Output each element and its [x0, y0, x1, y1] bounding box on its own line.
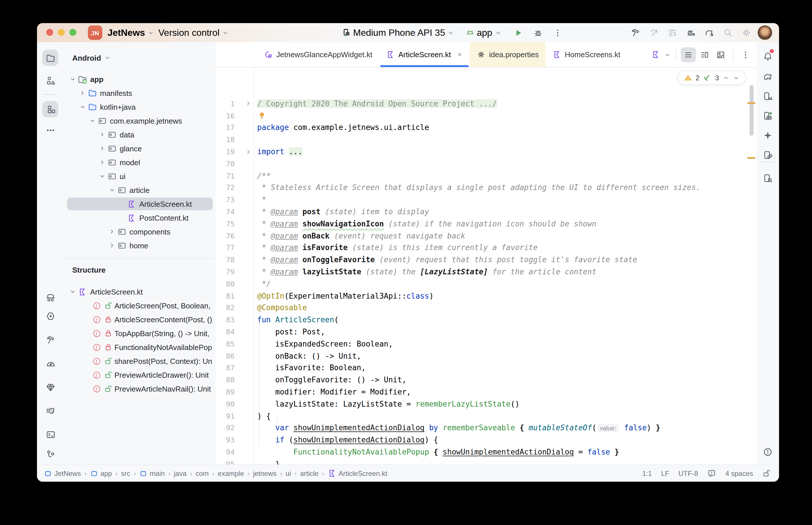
inspection-bubble-icon[interactable] [707, 469, 716, 478]
project-view-selector[interactable]: Android [64, 51, 216, 65]
editor-tab-idea-properties[interactable]: idea.properties [470, 42, 546, 67]
project-menu[interactable]: JetNews [107, 27, 154, 38]
line-number[interactable]: 91 [216, 410, 235, 422]
code-line[interactable]: * Stateless Article Screen that displays… [257, 182, 745, 194]
code-line[interactable]: * @param post (state) item to display [257, 206, 745, 218]
code-line[interactable]: */ [257, 278, 745, 290]
problems-exclamation-button[interactable] [759, 444, 776, 460]
vcs-menu[interactable]: Version control [158, 27, 229, 38]
code-line[interactable]: * @param onToggleFavorite (event) reques… [257, 254, 745, 266]
code-line[interactable]: modifier: Modifier = Modifier, [257, 386, 745, 398]
breadcrumb-item[interactable]: ArticleScreen.kt [328, 469, 387, 478]
tree-row[interactable]: components [64, 225, 216, 239]
logcat-cat-button[interactable] [42, 403, 58, 419]
wagon-button[interactable] [42, 289, 58, 305]
structure-root-row[interactable]: ArticleScreen.kt [64, 285, 216, 299]
run-button[interactable] [511, 25, 526, 40]
app-inspection-diamond-button[interactable] [42, 379, 58, 395]
running-devices-button[interactable] [759, 107, 776, 124]
settings-gear-button[interactable] [739, 25, 754, 40]
gradle-elephant-button[interactable] [759, 68, 776, 84]
scrollbar-warning-mark[interactable] [747, 102, 755, 104]
code-line[interactable]: package com.example.jetnews.ui.article [257, 122, 745, 134]
line-number[interactable]: 75 [216, 218, 235, 230]
code-line[interactable]: } [257, 458, 745, 465]
line-number[interactable]: 1 [216, 97, 235, 110]
gemini-sparkle-button[interactable] [759, 127, 776, 143]
line-number[interactable]: 82 [216, 302, 235, 314]
line-number[interactable]: 71 [216, 170, 235, 182]
chevron-right-icon[interactable] [98, 131, 106, 138]
inspections-widget[interactable]: 2 3 [677, 71, 746, 85]
build-hammer-button[interactable] [628, 25, 643, 40]
chevron-right-icon[interactable] [98, 159, 106, 166]
line-number[interactable]: 92 [216, 422, 235, 434]
structure-item-row[interactable]: fTopAppBar(String, () -> Unit, [64, 326, 216, 340]
line-number[interactable]: 77 [216, 242, 235, 254]
file-encoding[interactable]: UTF-8 [679, 469, 698, 477]
breadcrumb-item[interactable]: example [218, 469, 244, 477]
editor-options-kebab-button[interactable] [738, 47, 753, 62]
device-explorer-search-button[interactable] [759, 170, 776, 186]
line-number[interactable]: 19 [216, 146, 235, 158]
line-number[interactable]: 89 [216, 386, 235, 398]
chevron-right-icon[interactable] [78, 90, 87, 96]
code-line[interactable]: * @param isFavorite (state) is this item… [257, 242, 745, 254]
line-number[interactable]: 86 [216, 350, 235, 362]
code-line[interactable]: var showUnimplementedActionDialog by rem… [257, 422, 745, 434]
chevron-down-icon[interactable] [88, 117, 97, 124]
tree-row[interactable]: data [64, 127, 216, 141]
terminal-button[interactable] [42, 426, 58, 442]
gradle-sync-button[interactable] [702, 25, 717, 40]
code-line[interactable] [257, 134, 745, 146]
code-line[interactable]: * @param lazyListState (state) the [Lazy… [257, 266, 745, 278]
line-number[interactable]: 81 [216, 290, 235, 302]
profiler-gauge-button[interactable] [42, 355, 58, 371]
run-with-coverage-button[interactable] [665, 25, 680, 40]
breadcrumb-item[interactable]: com [196, 469, 209, 477]
editor-scrollbar[interactable] [750, 85, 754, 136]
device-manager-button[interactable] [759, 88, 776, 104]
preview-view-button[interactable] [713, 47, 728, 62]
code-line[interactable] [257, 110, 745, 122]
chevron-down-icon[interactable] [98, 173, 106, 180]
tree-row[interactable]: model [64, 155, 216, 169]
resource-manager-button[interactable] [42, 72, 58, 88]
structure-item-row[interactable]: fPreviewArticleDrawer(): Unit [64, 368, 216, 382]
structure-item-row[interactable]: fsharePost(Post, Context): Un [64, 354, 216, 368]
services-hexagon-play-button[interactable] [42, 308, 58, 324]
code-line[interactable]: FunctionalityNotAvailablePopup { showUni… [257, 446, 745, 458]
user-avatar[interactable] [758, 26, 772, 40]
prev-problem-chevron-up-icon[interactable] [722, 74, 729, 81]
caret-position[interactable]: 1:1 [643, 469, 652, 477]
line-number[interactable]: 79 [216, 266, 235, 278]
code-line[interactable]: isFavorite: Boolean, [257, 362, 745, 374]
line-number[interactable]: 18 [216, 134, 235, 146]
line-number[interactable]: 95 [216, 458, 235, 465]
line-number[interactable]: 83 [216, 314, 235, 326]
chevron-down-icon[interactable] [69, 288, 77, 295]
code-line[interactable]: onToggleFavorite: () -> Unit, [257, 374, 745, 386]
breadcrumb-item[interactable]: main [139, 469, 165, 477]
code-line[interactable]: * @param onBack (event) request navigate… [257, 230, 745, 242]
next-problem-chevron-down-icon[interactable] [733, 74, 740, 81]
code-line[interactable]: onBack: () -> Unit, [257, 350, 745, 362]
line-ending[interactable]: LF [661, 469, 669, 477]
line-number[interactable]: 76 [216, 230, 235, 242]
tree-row[interactable]: glance [64, 141, 216, 155]
more-tools-button[interactable] [42, 122, 58, 138]
editor-tab-jetnewsglanceappwidget-kt[interactable]: JetnewsGlanceAppWidget.kt [257, 42, 379, 67]
search-button[interactable] [720, 25, 735, 40]
code-line[interactable]: /** [257, 170, 745, 182]
redo-action-button[interactable]: A [646, 25, 661, 40]
code-line[interactable]: lazyListState: LazyListState = rememberL… [257, 398, 745, 410]
fold-chevron-right-icon[interactable] [245, 146, 253, 158]
tree-row[interactable]: kotlin+java [64, 100, 216, 114]
chevron-right-icon[interactable] [108, 242, 116, 249]
breadcrumb-item[interactable]: JetNews [44, 469, 81, 477]
intention-bulb-icon[interactable] [259, 111, 266, 120]
minimize-window-button[interactable] [58, 29, 65, 36]
panel-splitter[interactable] [64, 258, 216, 259]
close-window-button[interactable] [46, 29, 53, 36]
line-number[interactable]: 70 [216, 158, 235, 170]
